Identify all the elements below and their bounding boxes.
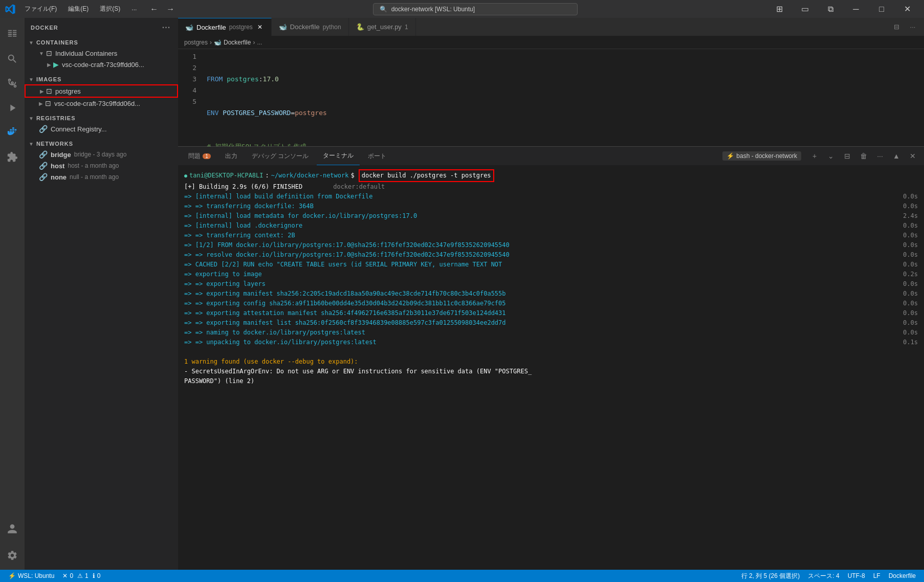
section-registries[interactable]: ▼ REGISTRIES — [25, 113, 178, 123]
split-terminal-btn[interactable]: ⊟ — [840, 149, 854, 163]
sidebar-more-btn[interactable]: ··· — [161, 22, 172, 33]
get-user-py-icon: 🐍 — [356, 23, 364, 31]
code-content[interactable]: FROM postgres:17.0 ENV POSTGRES_PASSWORD… — [203, 49, 883, 146]
search-text: docker-network [WSL: Ubuntu] — [391, 6, 475, 13]
individual-containers-item[interactable]: ▼ ⊡ Individual Containers — [25, 48, 178, 59]
info-icon: ℹ — [93, 572, 95, 579]
activity-source-control[interactable] — [0, 71, 25, 96]
code-editor[interactable]: 1 2 3 4 5 FROM postgres:17.0 ENV POSTGRE… — [178, 49, 924, 146]
search-bar[interactable]: 🔍 docker-network [WSL: Ubuntu] — [373, 3, 578, 15]
titlebar-nav: ← → — [148, 3, 177, 15]
kill-terminal-btn[interactable]: 🗑 — [856, 149, 871, 163]
section-networks[interactable]: ▼ NETWORKS — [25, 139, 178, 149]
image-icon: ⊡ — [46, 87, 52, 95]
status-language[interactable]: Dockerfile — [885, 570, 920, 582]
breadcrumb: postgres › 🐋 Dockerfile › ... — [178, 36, 924, 49]
tab-get-user-py[interactable]: 🐍 get_user.py 1 — [349, 18, 416, 36]
vsc-container-item[interactable]: ▶ ▶ vsc-code-craft-73c9ffdd06... — [25, 59, 178, 70]
code-panel-container: 1 2 3 4 5 FROM postgres:17.0 ENV POSTGRE… — [178, 49, 924, 570]
network-host-icon: 🔗 — [39, 162, 48, 170]
containers-label: CONTAINERS — [36, 39, 78, 46]
svg-rect-6 — [15, 129, 17, 131]
menu-edit[interactable]: 編集(E) — [63, 3, 94, 15]
network-bridge-item[interactable]: 🔗 bridge bridge - 3 days ago — [25, 149, 178, 160]
tab-close-btn[interactable]: ✕ — [256, 23, 264, 31]
status-wsl[interactable]: ⚡ WSL: Ubuntu — [4, 570, 58, 582]
terminal-line-empty1 — [184, 347, 918, 357]
panel-more-btn[interactable]: ··· — [873, 149, 887, 163]
status-cursor[interactable]: 行 2, 列 5 (26 個選択) — [737, 570, 804, 582]
activity-settings[interactable] — [0, 543, 25, 568]
activity-search[interactable] — [0, 47, 25, 71]
minimize-btn[interactable]: ─ — [844, 0, 868, 18]
svg-rect-3 — [12, 131, 14, 132]
status-eol[interactable]: LF — [869, 570, 885, 582]
menu-file[interactable]: ファイル(F) — [19, 3, 62, 15]
vsc-container-label: vsc-code-craft-73c9ffdd06... — [62, 61, 144, 69]
close-btn[interactable]: ✕ — [895, 0, 919, 18]
breadcrumb-postgres[interactable]: postgres — [184, 39, 208, 46]
panel-actions: ⚡ bash - docker-network + ⌄ ⊟ 🗑 ··· ▲ ✕ — [722, 149, 920, 163]
terminal-line-3: => [internal] load build definition from… — [184, 192, 918, 202]
search-icon: 🔍 — [380, 6, 387, 13]
status-spaces[interactable]: スペース: 4 — [804, 570, 843, 582]
split-editor-btn[interactable]: ⊟ — [889, 20, 904, 34]
activity-docker[interactable] — [0, 120, 25, 145]
dockerfile-postgres-icon: 🐋 — [185, 24, 193, 31]
error-count: 0 — [70, 572, 73, 579]
network-host-item[interactable]: 🔗 host host - a month ago — [25, 160, 178, 171]
terminal-line-6: => [internal] load .dockerignore0.0s — [184, 221, 918, 231]
images-label: IMAGES — [36, 76, 61, 82]
vsc-image-item[interactable]: ▶ ⊡ vsc-code-craft-73c9ffdd06d... — [25, 98, 178, 109]
section-containers[interactable]: ▼ CONTAINERS — [25, 37, 178, 48]
panel-maximize-btn[interactable]: ▲ — [889, 149, 904, 163]
panel-btn[interactable]: ▭ — [793, 0, 817, 18]
breadcrumb-dockerfile[interactable]: Dockerfile — [224, 39, 251, 46]
terminal-dropdown-btn[interactable]: ⌄ — [824, 149, 838, 163]
menu-more[interactable]: ... — [126, 3, 142, 15]
terminal-line-14: => => exporting config sha256:a9f11b60be… — [184, 299, 918, 308]
panel-tab-debug[interactable]: デバッグ コンソール — [246, 147, 315, 165]
wsl-label: WSL: Ubuntu — [18, 572, 54, 579]
panel-tab-problems[interactable]: 問題 1 — [182, 147, 217, 165]
network-none-item[interactable]: 🔗 none null - a month ago — [25, 171, 178, 183]
status-errors[interactable]: ✕ 0 ⚠ 1 ℹ 0 — [58, 570, 104, 582]
terminal-content[interactable]: ● tani@DESKTOP-HCPA8LI:~/work/docker-net… — [178, 165, 924, 392]
terminal-line-11: => exporting to image0.2s — [184, 270, 918, 279]
new-terminal-btn[interactable]: + — [807, 149, 822, 163]
activity-extensions[interactable] — [0, 145, 25, 169]
panel-tab-terminal[interactable]: ターミナル — [317, 147, 360, 165]
panel-tab-output[interactable]: 出力 — [219, 147, 244, 165]
window-controls: ⊞ ▭ ⧉ ─ □ ✕ — [767, 0, 919, 18]
activity-run[interactable] — [0, 96, 25, 120]
panel-tab-ports[interactable]: ポート — [362, 147, 392, 165]
section-images[interactable]: ▼ IMAGES — [25, 74, 178, 84]
nav-forward[interactable]: → — [164, 3, 177, 15]
problems-label: 問題 — [188, 152, 201, 161]
connect-registry-item[interactable]: 🔗 Connect Registry... — [25, 123, 178, 135]
spaces-text: スペース: 4 — [808, 572, 839, 580]
panel-close-btn[interactable]: ✕ — [906, 149, 920, 163]
layout2-btn[interactable]: ⧉ — [819, 0, 842, 18]
terminal-line-8: => [1/2] FROM docker.io/library/postgres… — [184, 240, 918, 250]
network-none-icon: 🔗 — [39, 173, 48, 181]
breadcrumb-sep2: › — [253, 39, 255, 46]
network-bridge-label: bridge — [51, 151, 71, 159]
menu-select[interactable]: 選択(S) — [95, 3, 125, 15]
minimap — [883, 49, 924, 146]
status-encoding[interactable]: UTF-8 — [844, 570, 869, 582]
breadcrumb-ellipsis[interactable]: ... — [257, 39, 262, 46]
tab-dockerfile-label: Dockerfile — [196, 24, 226, 31]
tab-dockerfile-python[interactable]: 🐋 Dockerfile python — [272, 18, 349, 36]
tab-dockerfile-postgres[interactable]: 🐋 Dockerfile postgres ✕ — [178, 18, 272, 36]
postgres-image-item[interactable]: ▶ ⊡ postgres — [25, 84, 178, 98]
maximize-btn[interactable]: □ — [870, 0, 893, 18]
activity-explorer[interactable] — [0, 22, 25, 47]
layout-btn[interactable]: ⊞ — [767, 0, 791, 18]
terminal-line-5: => [internal] load metadata for docker.i… — [184, 211, 918, 221]
terminal-line-15: => => exporting attestation manifest sha… — [184, 308, 918, 318]
terminal-label-box[interactable]: ⚡ bash - docker-network — [722, 151, 801, 161]
activity-account[interactable] — [0, 517, 25, 541]
nav-back[interactable]: ← — [148, 3, 160, 15]
tabs-more-btn[interactable]: ··· — [906, 20, 920, 34]
